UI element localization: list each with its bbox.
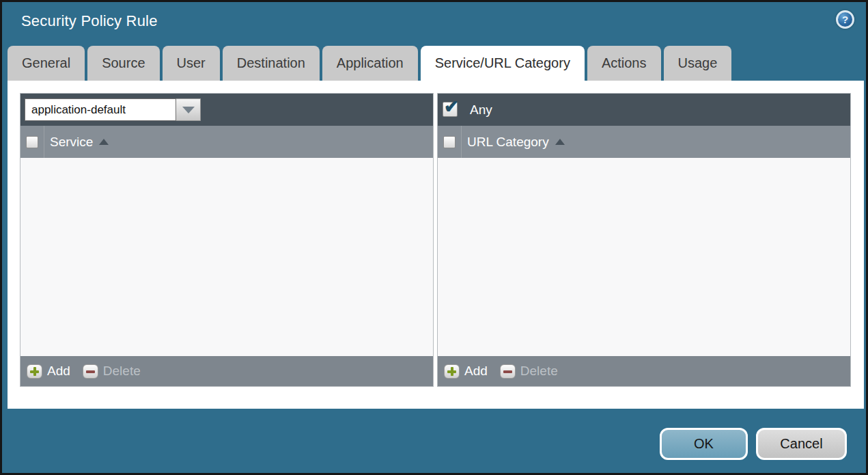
- service-delete-button[interactable]: Delete: [83, 364, 141, 379]
- url-category-select-all-checkbox[interactable]: [443, 136, 456, 148]
- service-delete-label: Delete: [103, 364, 141, 379]
- chevron-down-icon: [182, 107, 195, 113]
- sort-asc-icon[interactable]: [555, 139, 565, 145]
- checkmark-icon: ✔: [444, 96, 459, 118]
- tab-user[interactable]: User: [163, 46, 220, 81]
- tab-usage[interactable]: Usage: [664, 46, 732, 81]
- service-add-label: Add: [47, 364, 70, 379]
- tab-application[interactable]: Application: [322, 46, 418, 81]
- service-list[interactable]: [20, 158, 433, 356]
- security-policy-rule-dialog: Security Policy Rule ? General Source Us…: [0, 0, 868, 475]
- dialog-title: Security Policy Rule: [21, 12, 158, 30]
- ok-button[interactable]: OK: [660, 428, 748, 460]
- service-column-header: Service: [20, 126, 433, 158]
- column-divider: [44, 126, 44, 158]
- service-add-button[interactable]: Add: [27, 364, 70, 379]
- service-type-combobox[interactable]: application-default: [25, 98, 201, 121]
- minus-icon: [83, 364, 98, 379]
- help-icon[interactable]: ?: [836, 10, 854, 29]
- column-divider: [461, 126, 462, 158]
- minus-icon: [500, 364, 516, 379]
- any-label: Any: [470, 103, 492, 118]
- url-category-delete-label: Delete: [520, 364, 558, 379]
- tab-service-url-category[interactable]: Service/URL Category: [421, 46, 585, 81]
- any-checkbox[interactable]: ✔: [443, 102, 458, 117]
- url-category-list[interactable]: [438, 158, 850, 356]
- service-column-label: Service: [50, 135, 93, 150]
- tab-general[interactable]: General: [8, 46, 85, 81]
- service-type-dropdown-button[interactable]: [176, 98, 201, 121]
- url-category-add-label: Add: [464, 364, 488, 379]
- service-select-all-checkbox[interactable]: [26, 136, 38, 148]
- service-panel-footer: Add Delete: [20, 356, 433, 386]
- service-panel-header: application-default: [20, 94, 433, 126]
- cancel-button[interactable]: Cancel: [756, 428, 847, 460]
- url-category-panel-footer: Add Delete: [438, 356, 850, 386]
- plus-icon: [444, 364, 460, 379]
- tab-destination[interactable]: Destination: [223, 46, 320, 81]
- url-category-column-label: URL Category: [467, 135, 549, 150]
- tab-source[interactable]: Source: [87, 46, 159, 81]
- plus-icon: [27, 364, 42, 379]
- service-type-value[interactable]: application-default: [25, 98, 176, 121]
- sort-asc-icon[interactable]: [99, 139, 109, 145]
- tab-content-area: application-default Service Add: [8, 81, 864, 409]
- url-category-delete-button[interactable]: Delete: [500, 364, 558, 379]
- tab-bar: General Source User Destination Applicat…: [8, 46, 731, 81]
- url-category-add-button[interactable]: Add: [444, 364, 488, 379]
- url-category-panel: ✔ Any URL Category Add Delete: [437, 93, 851, 387]
- service-panel: application-default Service Add: [20, 93, 434, 387]
- tab-actions[interactable]: Actions: [587, 46, 661, 81]
- url-category-column-header: URL Category: [438, 126, 850, 158]
- url-category-panel-header: ✔ Any: [438, 94, 850, 126]
